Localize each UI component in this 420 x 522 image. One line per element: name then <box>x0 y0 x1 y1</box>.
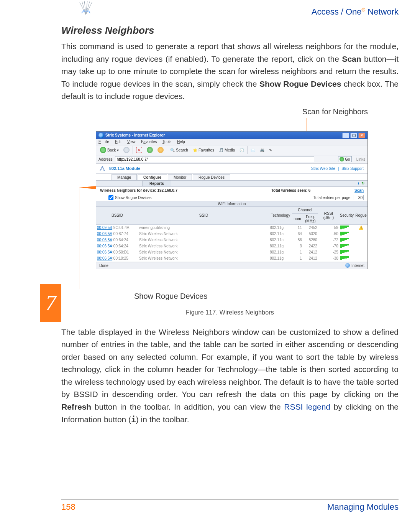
minimize-button[interactable]: _ <box>342 133 349 138</box>
bssid-link[interactable]: 00:09:5B <box>97 226 112 230</box>
table-row: 00:06:5A:00:64:24Strix Wireless Network8… <box>96 237 368 243</box>
statusbar: Done Internet <box>96 262 368 269</box>
registered-mark: ® <box>362 7 366 13</box>
status-left: Done <box>99 263 108 268</box>
cell-tech: 802.11g <box>269 224 292 231</box>
col-tech[interactable]: Technology <box>269 207 292 225</box>
cell-rssi: -59 <box>318 224 339 231</box>
cell-ssid: wareingpublishing <box>138 224 269 231</box>
col-security[interactable]: Security <box>339 207 354 225</box>
show-rogue-checkbox[interactable] <box>108 195 113 200</box>
cell-rssi: -30 <box>318 255 339 262</box>
menubar[interactable]: File Edit View Favorites Tools Help <box>96 139 368 145</box>
table-row: 00:06:5A:00:50:D1Strix Wireless Network8… <box>96 249 368 255</box>
wifi-band: WiFi Information <box>96 201 368 207</box>
cell-chan-freq: 2452 <box>303 224 318 231</box>
mail-button[interactable]: ✉️ <box>249 147 257 153</box>
cell-chan-freq: 5280 <box>303 237 318 243</box>
subtab-reports[interactable]: Reports <box>142 181 171 186</box>
refresh-button[interactable] <box>145 146 154 154</box>
p2-t1: button in the toolbar. In addition, you … <box>95 402 284 411</box>
main-tabs: Manage Configure Monitor Rogue Devices <box>96 174 368 181</box>
callout-rogue: Show Rogue Devices <box>134 292 207 301</box>
table-row: 00:06:5A:00:10:25Strix Wireless Network8… <box>96 255 368 262</box>
col-rssi[interactable]: RSSI (dBm) <box>318 207 339 225</box>
go-button[interactable]: Go <box>338 156 351 162</box>
tab-configure[interactable]: Configure <box>138 174 167 180</box>
menu-view[interactable]: View <box>127 140 136 144</box>
table-row: 00:09:5B:9C:01:4Awareingpublishing802.11… <box>96 224 368 231</box>
cell-ssid: Strix Wireless Network <box>138 237 269 243</box>
scan-link[interactable]: Scan <box>354 188 364 193</box>
section-title: Wireless Neighbors <box>61 25 399 36</box>
address-input[interactable] <box>115 156 314 162</box>
brand-suffix: Network <box>365 7 399 16</box>
menu-file[interactable]: File <box>98 140 109 144</box>
col-chan-freq[interactable]: Freq. (MHz) <box>303 213 318 224</box>
cell-tech: 802.11g <box>269 255 292 262</box>
reports-refresh-button[interactable]: ↻ <box>361 181 364 185</box>
menu-help[interactable]: Help <box>177 140 185 144</box>
cell-rogue <box>354 249 368 255</box>
media-button[interactable]: 🎵 Media <box>217 147 236 153</box>
maximize-button[interactable]: ▢ <box>350 133 357 138</box>
show-rogue-label[interactable]: Show Rogue Devices <box>115 196 152 200</box>
bssid-link[interactable]: 00:06:5A <box>97 244 112 248</box>
cell-security <box>339 249 354 255</box>
cell-chan-num: 1 <box>292 249 303 255</box>
signal-bars-icon <box>340 250 349 254</box>
col-rogue[interactable]: Rogue <box>354 207 368 225</box>
cell-rogue <box>354 243 368 249</box>
p2-t3: ) in the toolbar. <box>136 415 189 424</box>
table-row: 00:06:5A:00:64:24Strix Wireless Network8… <box>96 243 368 249</box>
tab-rogue-devices[interactable]: Rogue Devices <box>193 174 230 180</box>
link-strix-support[interactable]: Strix Support <box>341 166 364 171</box>
bssid-link[interactable]: 00:06:5A <box>97 238 112 242</box>
module-header: 802.11a Module Strix Web Site | Strix Su… <box>96 164 368 174</box>
search-button[interactable]: 🔍 Search <box>169 147 190 153</box>
cell-security <box>339 237 354 243</box>
col-channel[interactable]: Channel <box>292 207 318 214</box>
col-bssid[interactable]: BSSID <box>96 207 138 225</box>
cell-ssid: Strix Wireless Network <box>138 243 269 249</box>
window-titlebar[interactable]: Strix Systems - Internet Explorer _ ▢ × <box>96 132 368 139</box>
menu-tools[interactable]: Tools <box>162 140 171 144</box>
close-button[interactable]: × <box>358 133 365 138</box>
history-button[interactable]: 🕘 <box>238 147 246 153</box>
cell-chan-freq: 5320 <box>303 231 318 237</box>
edit-button[interactable]: ✎ <box>267 147 274 153</box>
col-chan-num[interactable]: num <box>292 213 303 224</box>
signal-bars-icon <box>340 232 349 235</box>
rssi-legend-link[interactable]: RSSI legend <box>284 402 330 411</box>
total-seen: Total wireless seen: 6 <box>271 188 311 193</box>
toolbar-sep <box>133 146 133 154</box>
tab-manage[interactable]: Manage <box>112 174 137 180</box>
tab-monitor[interactable]: Monitor <box>168 174 192 180</box>
back-button[interactable]: Back ▾ <box>98 146 120 154</box>
p2-b0: Refresh <box>61 402 91 411</box>
entries-input[interactable] <box>353 195 364 200</box>
stop-button[interactable]: ✕ <box>135 146 144 154</box>
cell-rssi: -25 <box>318 249 339 255</box>
col-ssid[interactable]: SSID <box>138 207 269 225</box>
table-row: 00:06:5A:00:87:74Strix Wireless Network8… <box>96 231 368 237</box>
menu-edit[interactable]: Edit <box>115 140 121 144</box>
menu-favorites[interactable]: Favorites <box>141 140 157 144</box>
links-label[interactable]: Links <box>356 157 365 161</box>
favorites-button[interactable]: ⭐ Favorites <box>191 147 216 153</box>
forward-button[interactable] <box>122 146 131 154</box>
cell-tech: 802.11g <box>269 243 292 249</box>
toolbar-sep3 <box>247 146 248 154</box>
cell-ssid: Strix Wireless Network <box>138 231 269 237</box>
home-button[interactable] <box>156 146 165 154</box>
bssid-link[interactable]: 00:06:5A <box>97 250 112 254</box>
cell-tech: 802.11g <box>269 249 292 255</box>
link-strix-site[interactable]: Strix Web Site <box>311 166 335 171</box>
print-button[interactable]: 🖨️ <box>258 147 266 153</box>
figure-area: Scan for Neighbors Strix Systems - Inter… <box>61 110 399 301</box>
info-button[interactable]: i <box>358 181 359 185</box>
cell-chan-freq: 2412 <box>303 255 318 262</box>
bssid-link[interactable]: 00:06:5A <box>97 232 112 236</box>
stop-icon: ✕ <box>136 147 142 153</box>
bssid-link[interactable]: 00:06:5A <box>97 256 112 260</box>
